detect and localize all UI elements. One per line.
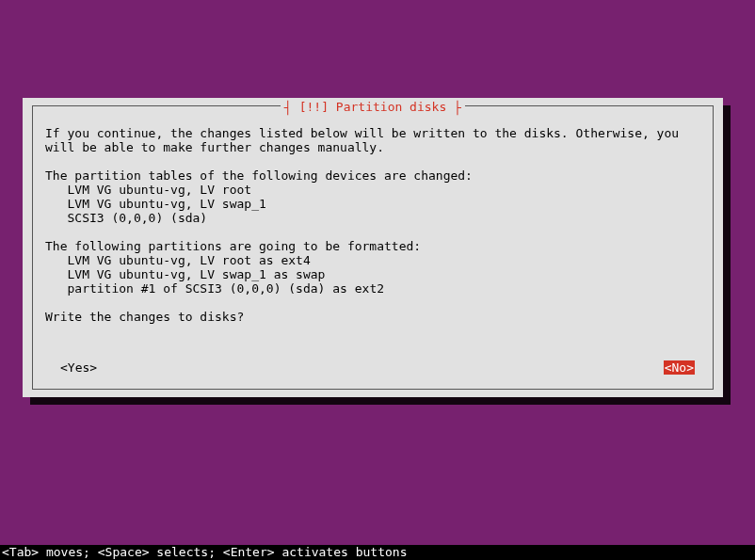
format-entry: partition #1 of SCSI3 (0,0,0) (sda) as e… xyxy=(67,281,384,296)
partition-tables-heading: The partition tables of the following de… xyxy=(45,168,473,183)
dialog-title: [!!] Partition disks xyxy=(296,100,451,114)
footer-hint: <Tab> moves; <Space> selects; <Enter> ac… xyxy=(2,545,407,559)
dialog-prompt: Write the changes to disks? xyxy=(45,310,244,324)
dialog-box: ┤ [!!] Partition disks ├ If you continue… xyxy=(23,98,723,397)
button-row: <Yes> <No> xyxy=(60,360,695,375)
format-entry: LVM VG ubuntu-vg, LV root as ext4 xyxy=(67,253,310,267)
dialog-content: If you continue, the changes listed belo… xyxy=(45,126,700,324)
dialog-intro: If you continue, the changes listed belo… xyxy=(45,126,686,154)
no-button[interactable]: <No> xyxy=(664,360,695,375)
footer-hint-bar: <Tab> moves; <Space> selects; <Enter> ac… xyxy=(0,545,755,560)
tables-entry: LVM VG ubuntu-vg, LV swap_1 xyxy=(67,197,265,211)
tables-entry: SCSI3 (0,0,0) (sda) xyxy=(67,211,207,225)
tables-entry: LVM VG ubuntu-vg, LV root xyxy=(67,183,251,197)
format-heading: The following partitions are going to be… xyxy=(45,239,421,253)
dialog-title-line: ┤ [!!] Partition disks ├ xyxy=(23,100,723,115)
format-entry: LVM VG ubuntu-vg, LV swap_1 as swap xyxy=(67,267,325,281)
partition-dialog: ┤ [!!] Partition disks ├ If you continue… xyxy=(23,98,723,397)
yes-button[interactable]: <Yes> xyxy=(60,360,97,375)
